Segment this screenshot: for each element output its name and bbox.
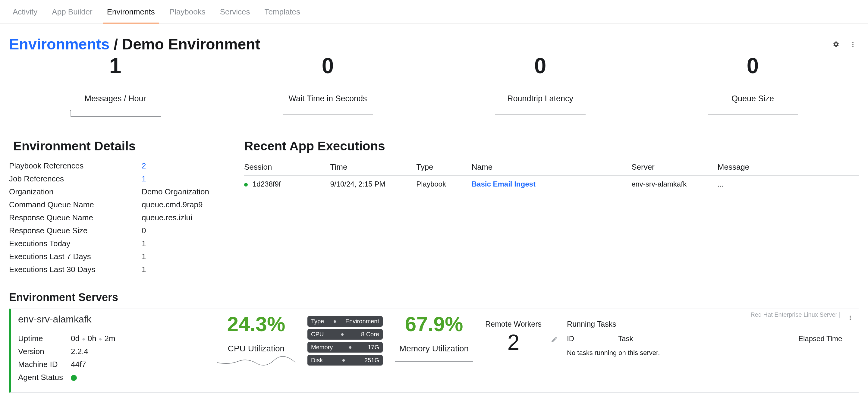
breadcrumb-sep: / [110, 36, 122, 53]
exec-type: Playbook [416, 176, 472, 189]
server-name: env-srv-alamkafk [18, 314, 205, 332]
server-machineid-row: Machine ID 44f7 [18, 358, 205, 371]
tasks-col-elapsed: Elapsed Time [798, 335, 852, 343]
spec-pill-disk: Disk251G [307, 355, 383, 366]
detail-row: Executions Last 7 Days1 [9, 250, 232, 263]
server-info-col: env-srv-alamkafk Uptime 0d●0h●2m Version… [18, 314, 205, 384]
tasks-empty-message: No tasks running on this server. [567, 346, 852, 357]
tab-services[interactable]: Services [213, 0, 257, 23]
tab-playbooks[interactable]: Playbooks [162, 0, 213, 23]
metric-sparkline [708, 109, 798, 118]
spec-pill-memory: Memory17G [307, 342, 383, 352]
tab-app-builder[interactable]: App Builder [44, 0, 99, 23]
breadcrumb: Environments / Demo Environment [9, 36, 260, 53]
metric-value: 0 [221, 55, 434, 76]
dot-sep: ● [80, 336, 88, 342]
status-dot-icon [244, 183, 248, 187]
exec-col-header: Session [244, 159, 330, 176]
tab-activity[interactable]: Activity [5, 0, 44, 23]
tab-environments[interactable]: Environments [100, 0, 162, 23]
metric-sparkline [495, 109, 586, 118]
server-machineid-value: 44f7 [71, 360, 86, 369]
top-tabs: ActivityApp BuilderEnvironmentsPlaybooks… [0, 0, 868, 24]
recent-executions: Recent App Executions SessionTimeTypeNam… [244, 139, 859, 276]
server-version-label: Version [18, 347, 71, 356]
exec-row[interactable]: 1d238f9f9/10/24, 2:15 PMPlaybookBasic Em… [244, 176, 859, 189]
detail-key: Playbook References [9, 161, 142, 171]
breadcrumb-root-link[interactable]: Environments [9, 36, 110, 53]
environment-servers-title: Environment Servers [0, 282, 868, 309]
detail-key: Executions Today [9, 239, 142, 248]
pill-label: CPU [311, 331, 324, 338]
svg-point-2 [852, 46, 854, 47]
status-dot-icon [71, 375, 77, 381]
detail-value[interactable]: 1 [142, 174, 146, 184]
detail-key: Command Queue Name [9, 200, 142, 210]
server-version-value: 2.2.4 [71, 347, 88, 356]
exec-col-header: Message [718, 159, 859, 176]
server-uptime-label: Uptime [18, 334, 71, 343]
detail-key: Response Queue Size [9, 226, 142, 235]
metric-wait-time-in-seconds: 0Wait Time in Seconds [221, 55, 434, 118]
running-tasks-block: Running Tasks ID Task Elapsed Time No ta… [567, 314, 852, 357]
pencil-icon[interactable] [551, 336, 558, 343]
detail-row: Job References1 [9, 173, 232, 185]
detail-row: Executions Last 30 Days1 [9, 263, 232, 276]
pill-value: Environment [345, 318, 379, 325]
detail-row: OrganizationDemo Organization [9, 185, 232, 198]
server-agent-status-row: Agent Status [18, 371, 205, 384]
metric-label: Messages / Hour [9, 94, 221, 103]
kebab-menu-icon[interactable] [849, 40, 857, 49]
detail-value: 1 [142, 239, 146, 248]
exec-col-header: Type [416, 159, 472, 176]
detail-value: queue.res.izlui [142, 213, 192, 222]
running-tasks-header: ID Task Elapsed Time [567, 333, 852, 346]
detail-key: Executions Last 30 Days [9, 265, 142, 274]
spec-pill-cpu: CPU8 Core [307, 329, 383, 340]
dot-sep: ● [96, 336, 104, 342]
detail-key: Executions Last 7 Days [9, 252, 142, 261]
tasks-col-task: Task [618, 335, 798, 343]
metric-queue-size: 0Queue Size [647, 55, 859, 118]
server-uptime-value: 0d●0h●2m [71, 334, 116, 343]
cpu-utilization-value: 24.3% [217, 314, 296, 344]
server-spec-pills: TypeEnvironmentCPU8 CoreMemory17GDisk251… [307, 314, 383, 366]
memory-sparkline [395, 356, 473, 366]
pill-label: Type [311, 318, 324, 325]
metric-roundtrip-latency: 0Roundtrip Latency [434, 55, 647, 118]
server-agent-status-value [71, 373, 77, 382]
exec-session: 1d238f9f [244, 176, 330, 189]
remote-workers-value: 2 [485, 329, 541, 353]
exec-time: 9/10/24, 2:15 PM [330, 176, 416, 189]
pill-dot-icon [334, 320, 336, 323]
tab-templates[interactable]: Templates [257, 0, 307, 23]
executions-table: SessionTimeTypeNameServerMessage 1d238f9… [244, 159, 859, 188]
recent-exec-title: Recent App Executions [244, 139, 859, 153]
pill-value: 251G [364, 357, 379, 364]
detail-value: 0 [142, 226, 146, 235]
memory-utilization-value: 67.9% [395, 314, 473, 344]
exec-name-link[interactable]: Basic Email Ingest [472, 176, 631, 189]
detail-value[interactable]: 2 [142, 161, 146, 171]
detail-key: Job References [9, 174, 142, 184]
exec-server: env-srv-alamkafk [631, 176, 718, 189]
uptime-days: 0d [71, 334, 80, 343]
detail-value: 1 [142, 265, 146, 274]
metric-label: Roundtrip Latency [434, 94, 647, 103]
metric-value: 0 [434, 55, 647, 76]
metrics-row: 1Messages / Hour0Wait Time in Seconds0Ro… [0, 55, 868, 121]
metric-label: Queue Size [647, 94, 859, 103]
pill-label: Memory [311, 344, 333, 351]
uptime-hours: 0h [88, 334, 96, 343]
exec-col-header: Time [330, 159, 416, 176]
breadcrumb-current: Demo Environment [122, 36, 260, 53]
metric-value: 1 [9, 55, 221, 76]
pill-dot-icon [341, 333, 344, 336]
detail-row: Command Queue Namequeue.cmd.9rap9 [9, 198, 232, 211]
pill-dot-icon [342, 359, 345, 362]
exec-col-header: Server [631, 159, 718, 176]
gear-icon[interactable] [832, 40, 840, 49]
tasks-col-id: ID [567, 335, 618, 343]
metric-label: Wait Time in Seconds [221, 94, 434, 103]
header-actions [832, 40, 859, 49]
